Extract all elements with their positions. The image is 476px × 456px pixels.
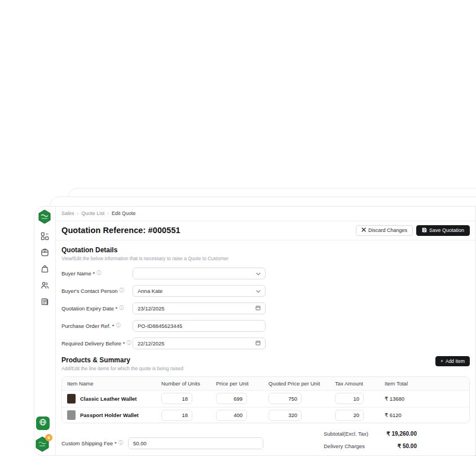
form-row-buyer-name: Buyer Name *ⓘ [61, 268, 470, 279]
breadcrumb: Sales › Quote List › Edit Quote [56, 207, 475, 221]
calendar-icon[interactable] [255, 340, 261, 347]
page-title: Quotation Reference: #000551 [61, 226, 180, 235]
close-icon [362, 227, 366, 233]
buyer-name-select[interactable] [133, 268, 266, 279]
quoted-price-input[interactable] [269, 393, 301, 404]
item-total: ₹ 13680 [385, 396, 469, 402]
expiry-date-field[interactable] [138, 305, 255, 312]
contact-person-select[interactable]: Anna Kate [133, 285, 266, 297]
sidebar-item-products-icon[interactable] [41, 264, 50, 273]
purchase-order-input[interactable] [133, 320, 266, 332]
breadcrumb-edit-quote: Edit Quote [112, 211, 136, 216]
subtotal-label: Subtotal(Excl. Tax) [324, 431, 368, 437]
col-header-item-total: Item Total [385, 380, 469, 387]
plus-icon: + [440, 358, 443, 364]
totals-area: Custom Shipping Fee *ⓘ Subtotal(Excl. Ta… [56, 423, 475, 455]
product-thumbnail [67, 394, 76, 404]
units-input[interactable] [162, 393, 192, 404]
item-total: ₹ 6120 [385, 412, 469, 418]
form-row-purchase-order: Purchase Order Ref. *ⓘ [61, 320, 470, 332]
app-window: Sales › Quote List › Edit Quote Quotatio… [34, 206, 476, 456]
calendar-icon[interactable] [255, 305, 261, 312]
info-icon: ⓘ [96, 271, 101, 275]
summary-row-delivery: Delivery Charges ₹ 50.00 [324, 443, 417, 449]
add-item-label: Add Item [446, 358, 465, 364]
quotation-details-title: Quotation Details [61, 246, 470, 254]
quoted-price-input[interactable] [269, 410, 301, 420]
shipping-fee-label: Custom Shipping Fee *ⓘ [61, 440, 128, 446]
info-icon: ⓘ [126, 341, 131, 345]
col-header-tax: Tax Amount [335, 380, 385, 387]
quotation-details-section: Quotation Details View/Edit the below in… [56, 240, 475, 355]
assistant-widget[interactable]: ♛ [35, 436, 51, 453]
contact-person-value: Anna Kate [138, 288, 162, 294]
col-header-quoted-price: Quoted Price per Unit [268, 380, 335, 387]
info-icon: ⓘ [120, 288, 124, 293]
form-row-expiry-date: Quotation Expiry Date *ⓘ [61, 302, 470, 314]
units-input[interactable] [162, 410, 192, 420]
main-content: Sales › Quote List › Edit Quote Quotatio… [56, 207, 475, 455]
buyer-name-label: Buyer Name *ⓘ [61, 270, 133, 277]
save-quotation-label: Save Quotation [429, 227, 464, 233]
delivery-charges-value: ₹ 50.00 [398, 443, 417, 449]
chevron-down-icon [256, 270, 261, 277]
summary-row-subtotal: Subtotal(Excl. Tax) ₹ 19,260.00 [324, 431, 417, 437]
save-icon [422, 227, 427, 234]
expiry-date-input[interactable] [133, 302, 266, 314]
products-summary-title: Products & Summary [61, 356, 183, 364]
table-row: Classic Leather Wallet ₹ 13680 [62, 391, 469, 407]
products-summary-subtitle: Add/Edit the line items for which the qu… [61, 366, 183, 371]
sidebar-item-orders-icon[interactable] [41, 248, 50, 257]
item-name: Classic Leather Wallet [80, 396, 137, 402]
delivery-charges-label: Delivery Charges [324, 443, 365, 449]
purchase-order-label: Purchase Order Ref. *ⓘ [61, 323, 133, 329]
shipping-fee-input[interactable] [128, 437, 263, 449]
sidebar-item-dashboard-icon[interactable] [41, 231, 50, 240]
breadcrumb-quote-list[interactable]: Quote List [81, 211, 104, 216]
info-icon: ⓘ [119, 306, 124, 310]
info-icon: ⓘ [118, 441, 123, 445]
quotation-details-subtitle: View/Edit the below information that is … [61, 256, 470, 261]
expiry-date-label: Quotation Expiry Date *ⓘ [61, 305, 133, 312]
tax-input[interactable] [336, 410, 363, 420]
discard-changes-button[interactable]: Discard Changes [356, 225, 413, 236]
sidebar-item-quotes-icon[interactable] [41, 297, 50, 306]
table-header-row: Item Name Number of Units Price per Unit… [62, 377, 469, 391]
line-items-table: Item Name Number of Units Price per Unit… [61, 376, 470, 423]
shipping-fee-field[interactable] [133, 440, 258, 446]
col-header-item-name: Item Name [62, 380, 161, 387]
support-chat-button[interactable] [36, 416, 50, 430]
info-icon: ⓘ [116, 323, 120, 328]
breadcrumb-separator: › [107, 211, 109, 216]
delivery-before-label: Required Delivery Before *ⓘ [61, 340, 133, 347]
delivery-before-input[interactable] [133, 337, 266, 349]
breadcrumb-sales[interactable]: Sales [61, 211, 74, 216]
col-header-units: Number of Units [161, 380, 216, 387]
chevron-down-icon [256, 288, 261, 294]
item-name: Passport Holder Wallet [80, 412, 139, 418]
table-row: Passport Holder Wallet ₹ 6120 [62, 407, 469, 423]
crown-badge-icon: ♛ [45, 434, 52, 441]
col-header-price: Price per Unit [216, 380, 268, 387]
price-input[interactable] [217, 393, 246, 404]
purchase-order-field[interactable] [138, 323, 261, 329]
quotation-details-form: Buyer Name *ⓘ Buyer's Contact Personⓘ [61, 268, 470, 349]
form-row-delivery-before: Required Delivery Before *ⓘ [61, 337, 470, 349]
breadcrumb-separator: › [77, 211, 79, 216]
sidebar-item-customers-icon[interactable] [41, 280, 50, 290]
page-header: Quotation Reference: #000551 Discard Cha… [56, 221, 475, 240]
tax-input[interactable] [336, 393, 363, 404]
summary-block: Subtotal(Excl. Tax) ₹ 19,260.00 Delivery… [324, 431, 417, 455]
products-summary-section: Products & Summary Add/Edit the line ite… [56, 355, 475, 371]
contact-person-label: Buyer's Contact Personⓘ [61, 288, 133, 294]
product-thumbnail [67, 410, 76, 420]
save-quotation-button[interactable]: Save Quotation [416, 225, 470, 236]
price-input[interactable] [217, 410, 246, 420]
add-item-button[interactable]: + Add Item [435, 356, 470, 366]
discard-changes-label: Discard Changes [368, 227, 407, 233]
delivery-before-field[interactable] [138, 340, 255, 347]
form-row-contact-person: Buyer's Contact Personⓘ Anna Kate [61, 285, 470, 297]
globe-icon [39, 418, 47, 428]
brand-logo[interactable] [36, 208, 53, 225]
subtotal-value: ₹ 19,260.00 [386, 431, 417, 437]
